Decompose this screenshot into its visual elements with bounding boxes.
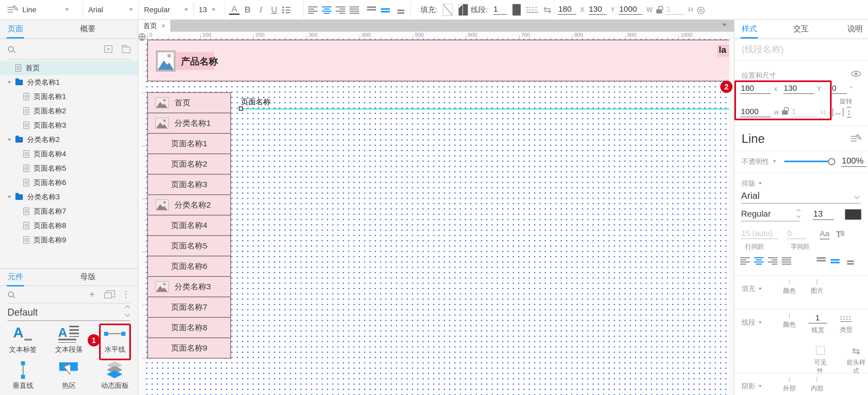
italic-button[interactable]: I: [255, 5, 266, 14]
bullet-list-icon[interactable]: [282, 6, 290, 13]
product-name-text[interactable]: 产品名称: [181, 55, 218, 68]
shadow-inner-control[interactable]: 内部: [811, 377, 824, 393]
wireframe-menu-item[interactable]: 页面名称3: [147, 174, 231, 195]
page-name-text-widget[interactable]: 页面名称: [241, 97, 271, 107]
h-field[interactable]: 1: [666, 4, 684, 15]
wireframe-menu-item[interactable]: 分类名称1: [147, 112, 231, 134]
fill-color-swatch[interactable]: [789, 279, 790, 285]
case-icon[interactable]: Aa: [820, 229, 830, 239]
image-placeholder-icon[interactable]: [156, 51, 176, 72]
page-tree-item[interactable]: 分类名称2: [0, 132, 138, 147]
x-field[interactable]: 180: [558, 4, 577, 15]
flip-vertical-icon[interactable]: ↕: [847, 107, 851, 118]
font-size-field[interactable]: 13: [813, 209, 834, 220]
widget-type-dropdown[interactable]: Line: [7, 0, 69, 20]
widget-item[interactable]: 文本标签: [0, 325, 46, 358]
align-center-icon[interactable]: [754, 257, 764, 265]
selected-horizontal-line-widget[interactable]: [243, 108, 729, 109]
visibility-target-icon[interactable]: ◎: [697, 4, 705, 15]
widget-item[interactable]: 垂直线: [0, 361, 46, 394]
line-color-swatch[interactable]: [789, 313, 790, 318]
search-icon[interactable]: [8, 292, 14, 297]
text-transform-icon[interactable]: T: [836, 229, 841, 239]
page-tree-item[interactable]: 页面名称9: [0, 233, 138, 247]
canvas-viewport[interactable]: 产品名称 la 首页 分类名称1 页面名称1 页面名称2: [146, 39, 729, 395]
line-color-control[interactable]: 颜色: [783, 313, 796, 329]
align-justify-icon[interactable]: [349, 6, 359, 14]
wireframe-menu-item[interactable]: 页面名称8: [147, 317, 231, 338]
widget-item[interactable]: 1 水平线: [92, 325, 138, 358]
fill-color-control[interactable]: 颜色: [783, 279, 796, 295]
wireframe-menu-item[interactable]: 页面名称5: [147, 235, 231, 257]
valign-middle-icon[interactable]: [831, 257, 840, 265]
arrow-style-icon[interactable]: ⇆: [852, 345, 860, 357]
page-tree-item[interactable]: 页面名称4: [0, 147, 138, 161]
wireframe-menu-item[interactable]: 首页: [147, 92, 231, 113]
lock-ratio-icon[interactable]: [656, 9, 662, 13]
opacity-slider[interactable]: [784, 161, 833, 162]
add-page-icon[interactable]: +: [104, 45, 112, 53]
edit-style-icon[interactable]: [851, 135, 861, 143]
library-dropdown[interactable]: Default: [7, 304, 130, 321]
tab-widgets[interactable]: 元件: [8, 271, 23, 282]
library-stepper-icon[interactable]: [126, 306, 129, 316]
page-tree-item[interactable]: 页面名称2: [0, 104, 138, 118]
widget-item[interactable]: 文本段落: [46, 325, 92, 358]
close-icon[interactable]: ×: [161, 22, 165, 30]
align-left-icon[interactable]: [308, 6, 318, 14]
page-tree-item[interactable]: 分类名称1: [0, 75, 138, 90]
line-color-swatch[interactable]: [512, 4, 521, 16]
wireframe-menu-item[interactable]: 页面名称1: [147, 133, 231, 154]
wireframe-menu-item[interactable]: 页面名称7: [147, 297, 231, 318]
tab-notes[interactable]: 说明: [847, 24, 863, 34]
font-weight-dropdown[interactable]: Regular: [741, 209, 800, 221]
align-justify-icon[interactable]: [782, 257, 791, 265]
line-type-control[interactable]: 类型: [840, 313, 852, 334]
line-width-field[interactable]: 1: [493, 4, 507, 15]
expand-arrow-icon[interactable]: [7, 196, 16, 198]
tab-list-caret-icon[interactable]: [722, 24, 727, 27]
valign-middle-icon[interactable]: [381, 6, 391, 14]
line-type-icon[interactable]: [526, 7, 538, 13]
visibility-control[interactable]: 可见性: [811, 346, 829, 375]
arrow-style-control[interactable]: ⇆ 箭头样式: [844, 347, 868, 375]
wireframe-menu-item[interactable]: 页面名称4: [147, 215, 231, 236]
letter-spacing-field[interactable]: 0: [787, 229, 807, 239]
tab-interaction[interactable]: 交互: [794, 24, 809, 34]
page-tree-item[interactable]: 页面名称3: [0, 118, 138, 132]
search-icon[interactable]: [8, 46, 14, 52]
line-type-icon[interactable]: [840, 316, 852, 322]
tab-style[interactable]: 样式: [742, 24, 757, 34]
wireframe-menu-item[interactable]: 页面名称2: [147, 154, 231, 175]
align-center-icon[interactable]: [322, 6, 332, 14]
expand-arrow-icon[interactable]: [7, 81, 16, 84]
ruler-origin-icon[interactable]: ⊕: [138, 31, 146, 42]
align-right-icon[interactable]: [336, 6, 345, 14]
font-family-dropdown[interactable]: Arial: [741, 190, 861, 204]
page-tree-item[interactable]: 页面名称8: [0, 219, 138, 233]
add-widget-icon[interactable]: +: [89, 290, 95, 299]
opacity-value[interactable]: 100%: [841, 156, 867, 167]
page-tree-item[interactable]: 页面名称7: [0, 204, 138, 219]
line-width-control[interactable]: 1 线宽: [808, 313, 827, 334]
page-tree-item[interactable]: 页面名称6: [0, 175, 138, 190]
w-field[interactable]: 1000: [619, 4, 643, 15]
align-right-icon[interactable]: [768, 257, 777, 265]
align-left-icon[interactable]: [740, 257, 750, 265]
tab-masters[interactable]: 母版: [80, 271, 96, 282]
line-height-field[interactable]: 15 (auto): [741, 229, 778, 239]
rotate-field[interactable]: 0: [831, 84, 847, 94]
flip-horizontal-icon[interactable]: ↔: [832, 108, 843, 117]
line-resize-handle[interactable]: [239, 106, 243, 111]
valign-bottom-icon[interactable]: [395, 6, 404, 14]
y-field[interactable]: 130: [588, 4, 607, 15]
widget-item[interactable]: 热区: [46, 361, 92, 394]
font-family-dropdown[interactable]: Arial: [88, 0, 133, 20]
page-tree-item[interactable]: 页面名称1: [0, 90, 138, 104]
wireframe-menu-item[interactable]: 分类名称3: [147, 276, 231, 297]
line-width-field[interactable]: 1: [808, 313, 827, 324]
bold-button[interactable]: B: [242, 5, 253, 14]
shadow-outer-control[interactable]: 外部: [783, 377, 796, 393]
font-color-swatch[interactable]: [845, 209, 862, 220]
eye-icon[interactable]: [851, 71, 861, 77]
